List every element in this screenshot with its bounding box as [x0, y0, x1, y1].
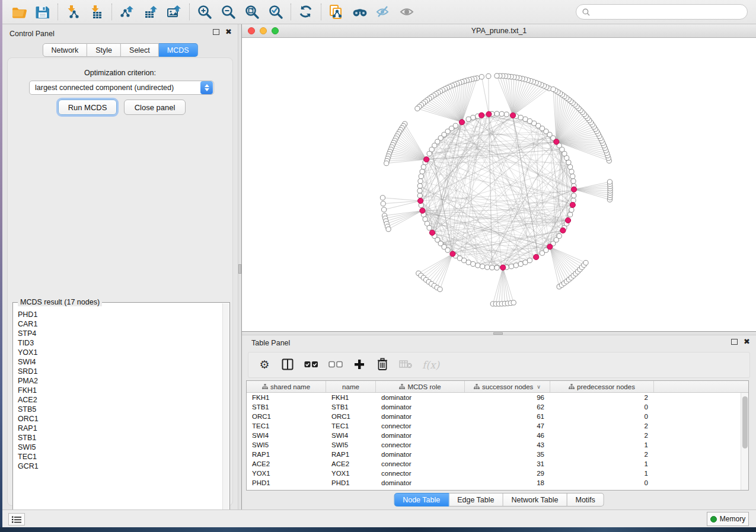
network-node[interactable]	[509, 264, 513, 269]
network-node[interactable]	[418, 179, 423, 184]
column-header-predecessor-nodes[interactable]: predecessor nodes	[550, 381, 654, 392]
network-node[interactable]	[417, 193, 422, 198]
mcds-result-item[interactable]: YOX1	[18, 348, 222, 357]
network-node[interactable]	[415, 106, 420, 111]
deselect-all-button[interactable]	[328, 358, 343, 372]
network-node[interactable]	[466, 260, 471, 265]
network-node[interactable]	[420, 169, 425, 174]
network-node[interactable]	[490, 265, 495, 270]
float-panel-icon[interactable]	[213, 29, 219, 35]
mcds-hub-node[interactable]	[547, 244, 553, 249]
tab-mcds[interactable]: MCDS	[159, 43, 198, 57]
tab-style[interactable]: Style	[87, 43, 121, 57]
tab-select[interactable]: Select	[121, 43, 159, 57]
table-row[interactable]: ORC1ORC1dominator610	[247, 412, 748, 421]
mcds-result-item[interactable]: TEC1	[18, 452, 222, 462]
network-node[interactable]	[479, 75, 484, 79]
mcds-result-item[interactable]: RAP1	[18, 424, 222, 433]
network-node[interactable]	[471, 115, 476, 120]
network-node[interactable]	[499, 111, 504, 116]
tab-node-table[interactable]: Node Table	[394, 493, 449, 507]
network-node[interactable]	[485, 265, 490, 270]
network-node[interactable]	[480, 264, 485, 269]
network-node[interactable]	[421, 165, 426, 169]
network-node[interactable]	[471, 262, 476, 267]
open-file-button[interactable]	[7, 2, 31, 22]
close-panel-button[interactable]: Close panel	[124, 100, 186, 115]
network-node[interactable]	[572, 193, 576, 198]
table-row[interactable]: STB1STB1dominator620	[247, 402, 748, 412]
export-table-button[interactable]	[139, 2, 162, 22]
network-node[interactable]	[476, 263, 480, 268]
save-session-button[interactable]	[31, 2, 55, 22]
mcds-result-item[interactable]: PHD1	[18, 310, 222, 319]
mcds-result-scrollbar[interactable]	[222, 303, 229, 520]
network-node[interactable]	[569, 169, 574, 174]
panel-menu-button[interactable]	[8, 513, 25, 525]
column-header-successor-nodes[interactable]: successor nodes∨	[465, 381, 550, 392]
mcds-result-item[interactable]: ORC1	[18, 414, 222, 424]
node-table-header[interactable]: shared namenameMCDS rolesuccessor nodes∨…	[247, 381, 748, 393]
network-node[interactable]	[380, 196, 385, 200]
vertical-splitter[interactable]	[238, 24, 242, 509]
table-row[interactable]: TEC1TEC1connector472	[247, 421, 748, 431]
search-input[interactable]	[594, 8, 741, 16]
tab-edge-table[interactable]: Edge Table	[449, 493, 503, 507]
show-all-button[interactable]	[395, 2, 419, 22]
scrollbar-thumb[interactable]	[742, 396, 748, 448]
tab-network-table[interactable]: Network Table	[503, 493, 567, 507]
network-node[interactable]	[511, 300, 516, 305]
mcds-result-item[interactable]: STB1	[18, 433, 222, 443]
node-table[interactable]: shared namenameMCDS rolesuccessor nodes∨…	[246, 380, 749, 491]
network-node[interactable]	[513, 263, 518, 268]
mcds-hub-node[interactable]	[571, 187, 576, 192]
node-table-scrollbar[interactable]	[741, 393, 748, 490]
mcds-result-list[interactable]: PHD1CAR1STP4TID3YOX1SWI4SRD1PMA2FKH1ACE2…	[13, 307, 222, 520]
mcds-hub-node[interactable]	[424, 157, 429, 162]
network-node[interactable]	[462, 258, 467, 263]
close-panel-icon[interactable]: ✖	[225, 29, 232, 35]
column-header-MCDS-role[interactable]: MCDS role	[376, 381, 465, 392]
network-node[interactable]	[571, 179, 576, 184]
memory-button[interactable]: Memory	[707, 512, 749, 526]
column-header-name[interactable]: name	[326, 381, 376, 392]
network-node[interactable]	[566, 160, 571, 165]
table-row[interactable]: RAP1RAP1dominator352	[247, 450, 748, 459]
table-row[interactable]: YOX1YOX1connector291	[247, 469, 748, 478]
network-node[interactable]	[527, 118, 532, 123]
tab-motifs[interactable]: Motifs	[567, 493, 604, 507]
mcds-result-item[interactable]: ACE2	[18, 395, 222, 405]
mcds-hub-node[interactable]	[479, 113, 484, 118]
network-node[interactable]	[518, 262, 523, 267]
mcds-hub-node[interactable]	[420, 208, 425, 213]
criterion-dropdown[interactable]: largest connected component (undirected)	[29, 81, 214, 95]
mcds-result-item[interactable]: STB5	[18, 405, 222, 414]
table-row[interactable]: SWI4SWI4dominator462	[247, 431, 748, 440]
network-node[interactable]	[495, 73, 499, 78]
network-node[interactable]	[466, 117, 471, 121]
table-row[interactable]: PHD1PHD1dominator180	[247, 478, 748, 488]
vertical-splitter-grip[interactable]	[238, 264, 241, 274]
mcds-result-item[interactable]: SWI4	[18, 357, 222, 367]
zoom-in-button[interactable]	[193, 2, 216, 22]
horizontal-splitter-grip[interactable]	[493, 332, 503, 335]
mcds-hub-node[interactable]	[554, 139, 559, 145]
export-network-button[interactable]	[115, 2, 139, 22]
table-close-icon[interactable]: ✖	[744, 339, 750, 345]
network-node[interactable]	[518, 115, 523, 120]
find-button[interactable]	[348, 2, 372, 22]
mcds-hub-node[interactable]	[429, 230, 435, 235]
mcds-hub-node[interactable]	[486, 111, 492, 117]
table-row[interactable]: FKH1FKH1dominator962	[247, 393, 748, 402]
settings-button[interactable]: ⚙	[258, 358, 271, 372]
network-node[interactable]	[557, 233, 562, 238]
network-node[interactable]	[504, 112, 509, 117]
mcds-result-item[interactable]: FKH1	[18, 386, 222, 395]
network-view-titlebar[interactable]: YPA_prune.txt_1	[242, 24, 756, 38]
export-image-button[interactable]	[162, 2, 186, 22]
hide-selected-button[interactable]	[372, 2, 395, 22]
network-node[interactable]	[568, 165, 573, 169]
network-node[interactable]	[427, 151, 432, 156]
mcds-hub-node[interactable]	[459, 120, 464, 125]
network-node[interactable]	[386, 227, 391, 232]
